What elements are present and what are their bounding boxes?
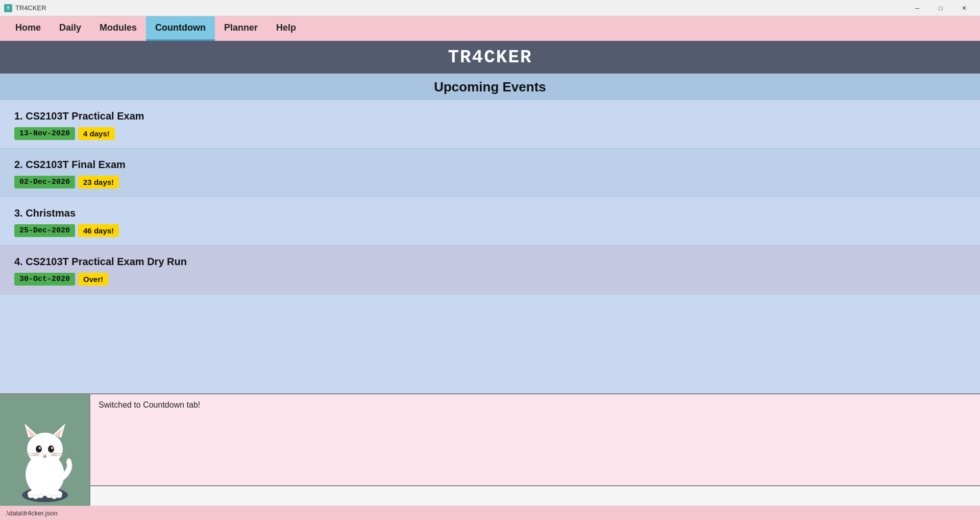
event-name: 2. CS2103T Final Exam	[14, 159, 966, 171]
chat-output: Switched to Countdown tab!	[90, 394, 980, 485]
nav-item-home[interactable]: Home	[6, 16, 50, 41]
badge-date: 25-Dec-2020	[14, 224, 75, 237]
section-title: Upcoming Events	[434, 79, 546, 95]
chat-input-bar	[90, 485, 980, 506]
badge-countdown: 4 days!	[78, 127, 115, 140]
maximize-button[interactable]: □	[929, 0, 952, 16]
svg-point-9	[48, 445, 54, 453]
nav-item-planner[interactable]: Planner	[215, 16, 267, 41]
badge-countdown: 23 days!	[78, 176, 119, 188]
badge-countdown: 46 days!	[78, 224, 119, 237]
app-header: TR4CKER	[0, 41, 980, 74]
svg-point-20	[28, 494, 33, 498]
close-button[interactable]: ✕	[952, 0, 976, 16]
badge-countdown: Over!	[78, 273, 108, 286]
app-title: TR4CKER	[448, 47, 532, 68]
title-bar-controls: ─ □ ✕	[905, 0, 976, 16]
event-badges: 13-Nov-20204 days!	[14, 127, 966, 140]
event-item: 1. CS2103T Practical Exam13-Nov-20204 da…	[0, 100, 980, 149]
badge-date: 02-Dec-2020	[14, 176, 75, 188]
section-header: Upcoming Events	[0, 74, 980, 100]
event-item: 3. Christmas25-Dec-202046 days!	[0, 197, 980, 246]
nav-item-countdown[interactable]: Countdown	[146, 16, 215, 41]
chat-area: Switched to Countdown tab!	[89, 394, 980, 506]
event-badges: 30-Oct-2020Over!	[14, 273, 966, 286]
event-badges: 02-Dec-202023 days!	[14, 176, 966, 188]
event-name: 1. CS2103T Practical Exam	[14, 110, 966, 122]
app-icon: T	[4, 4, 12, 12]
svg-point-8	[39, 447, 41, 449]
mascot-area	[0, 394, 89, 507]
svg-point-24	[52, 495, 57, 499]
status-bar: .\data\tr4cker.json	[0, 506, 980, 520]
title-bar-left: T TR4CKER	[4, 4, 46, 12]
minimize-button[interactable]: ─	[905, 0, 929, 16]
nav-item-modules[interactable]: Modules	[90, 16, 146, 41]
svg-point-10	[51, 447, 53, 449]
svg-point-22	[38, 494, 43, 498]
svg-point-7	[36, 445, 42, 453]
nav-item-daily[interactable]: Daily	[50, 16, 90, 41]
event-name: 4. CS2103T Practical Exam Dry Run	[14, 256, 966, 268]
svg-point-25	[57, 494, 62, 498]
title-bar-label: TR4CKER	[15, 4, 46, 12]
event-item: 4. CS2103T Practical Exam Dry Run30-Oct-…	[0, 246, 980, 294]
events-list: 1. CS2103T Practical Exam13-Nov-20204 da…	[0, 100, 980, 393]
title-bar: T TR4CKER ─ □ ✕	[0, 0, 980, 16]
mascot-image	[9, 408, 81, 503]
event-item: 2. CS2103T Final Exam02-Dec-202023 days!	[0, 149, 980, 197]
nav-bar: HomeDailyModulesCountdownPlannerHelp	[0, 16, 980, 41]
svg-point-2	[27, 433, 63, 465]
nav-item-help[interactable]: Help	[267, 16, 305, 41]
svg-point-11	[43, 454, 46, 456]
svg-point-23	[46, 494, 52, 498]
badge-date: 30-Oct-2020	[14, 273, 75, 286]
bottom-panel: Switched to Countdown tab!	[0, 393, 980, 506]
status-text: .\data\tr4cker.json	[5, 509, 58, 517]
chat-message: Switched to Countdown tab!	[99, 400, 200, 409]
badge-date: 13-Nov-2020	[14, 127, 75, 140]
svg-point-21	[33, 495, 38, 499]
event-name: 3. Christmas	[14, 207, 966, 219]
chat-input[interactable]	[94, 492, 976, 501]
event-badges: 25-Dec-202046 days!	[14, 224, 966, 237]
